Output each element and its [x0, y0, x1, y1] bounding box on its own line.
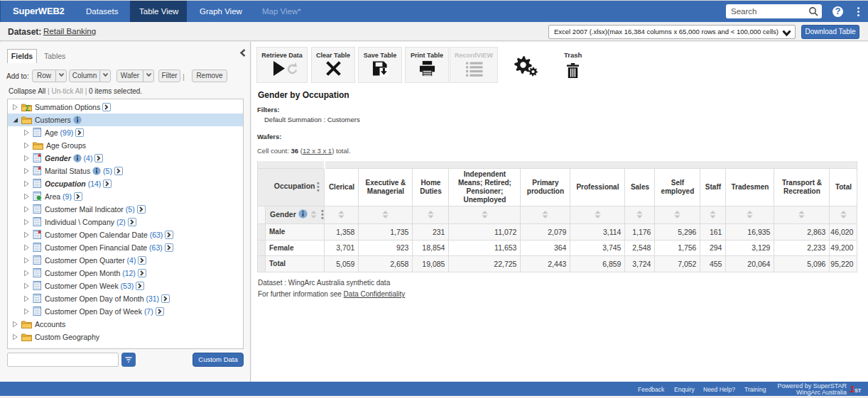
svg-text:Σ: Σ: [26, 104, 31, 111]
